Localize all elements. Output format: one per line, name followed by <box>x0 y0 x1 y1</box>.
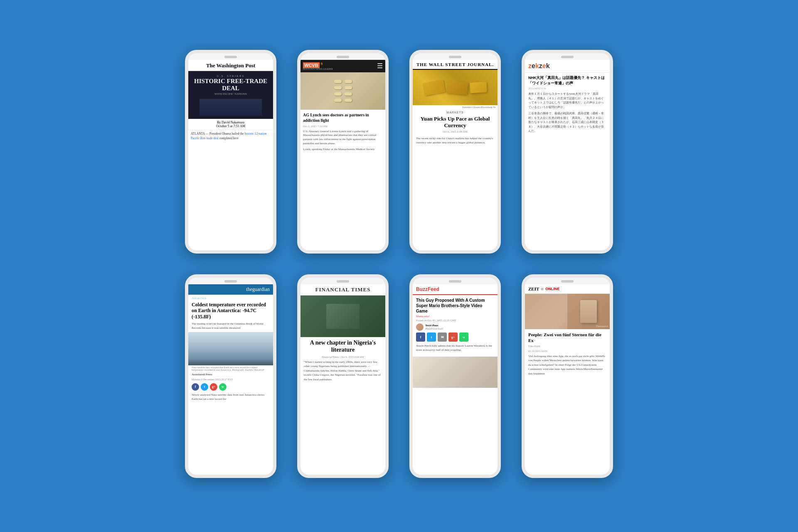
pill-4 <box>345 86 352 89</box>
twitter-button[interactable]: t <box>201 383 208 391</box>
zeit-image: ©bernsteich <box>525 294 610 329</box>
zok-content: NHK大河「真田丸」は話題優先？ キャストは「ワイドショー常連」の声 2015/… <box>525 73 610 136</box>
wsj-section: MARKETS <box>413 109 498 115</box>
wsj-body: The recent rocky ride for China's market… <box>413 135 498 147</box>
bf-author-name: Terri Pous <box>425 324 443 327</box>
wcvb-logo-sub: BOSTON'S NEWS LEADER <box>303 68 333 70</box>
bf-whatsapp[interactable]: w <box>459 332 468 342</box>
wp-header: The Washington Post <box>188 60 273 71</box>
bf-gplus[interactable]: g+ <box>448 332 458 342</box>
wcvb-body: U.S. Attorney General Loretta Lynch told… <box>303 130 383 146</box>
ft-header: FINANCIAL TIMES <box>300 284 385 296</box>
bf-content: This Guy Proposed With A Custom Super Ma… <box>413 295 498 357</box>
wcvb-date: Oct 2, 2015 7:10 PM <box>303 125 383 128</box>
screen-buzzfeed: BuzzFeed This Guy Proposed With A Custom… <box>413 284 498 475</box>
screen-guardian: theguardian Antarctica Coldest temperatu… <box>188 284 273 475</box>
wsj-title: Yuan Picks Up Pace as Global Currency <box>413 115 498 130</box>
wcvb-content: AG Lynch sees doctors as partners in add… <box>300 110 385 154</box>
wp-logo: The Washington Post <box>190 62 271 69</box>
pill-6 <box>345 92 352 96</box>
pill-3 <box>334 86 342 89</box>
wcvb-logo: WCVB 5 BOSTON'S NEWS LEADER <box>303 62 333 70</box>
googleplus-button[interactable]: g+ <box>210 383 217 391</box>
zok-k1: k <box>535 62 539 69</box>
guardian-image <box>188 332 273 365</box>
bf-email[interactable]: ✉ <box>438 332 447 342</box>
bf-social: f t ✉ g+ w <box>416 332 494 342</box>
wcvb-title: AG Lynch sees doctors as partners in add… <box>303 112 383 123</box>
pill-2 <box>345 80 352 83</box>
phone-guardian: theguardian Antarctica Coldest temperatu… <box>185 274 276 478</box>
ft-title: A new chapter in Nigeria's literature <box>304 340 382 354</box>
phone-ft: FINANCIAL TIMES A new chapter in Nigeria… <box>297 274 389 478</box>
screen-zakzak: zekzek NHK大河「真田丸」は話題優先？ キャストは「ワイドショー常連」の… <box>525 60 610 250</box>
bf-header: BuzzFeed <box>413 284 498 295</box>
bf-author-info: Terri Pous BuzzFeed Staff <box>425 324 443 330</box>
phone-buzzfeed: BuzzFeed This Guy Proposed With A Custom… <box>409 274 501 478</box>
wcvb-channel: 5 <box>321 62 323 66</box>
screen-wsj: THE WALL STREET JOURNAL. Tomohiro Ohsumi… <box>413 60 498 250</box>
wcvb-menu-icon[interactable]: ☰ <box>377 62 383 70</box>
phone-wcvb: WCVB 5 BOSTON'S NEWS LEADER ☰ <box>297 50 389 254</box>
zok-dot: e <box>542 62 546 69</box>
bf-avatar <box>416 323 424 331</box>
guardian-date: Monday 9 December 2013 20:17 EST <box>188 377 273 382</box>
bf-body: Austin Piech fully admits that his fianc… <box>416 344 494 352</box>
pill-image <box>300 72 385 110</box>
zeit-author: Eike Kühl <box>528 345 606 348</box>
wsj-header: THE WALL STREET JOURNAL. <box>413 60 498 70</box>
zok-date: 2015/10/02 6:36 <box>528 87 606 90</box>
zok-e: e <box>532 62 535 69</box>
wcvb-image <box>300 72 385 110</box>
wsj-date: Oct 6, 2015 1:00 AM <box>413 130 498 135</box>
wp-hero-sub: U.S. STRIKES <box>192 74 270 78</box>
guardian-caption: Nasa satellite data revealed that Earth … <box>188 365 273 372</box>
phone-wsj: THE WALL STREET JOURNAL. Tomohiro Ohsumi… <box>409 50 501 254</box>
whatsapp-button[interactable]: w <box>219 383 227 391</box>
bf-twitter[interactable]: t <box>427 332 436 342</box>
zeit-logo: ZEIT <box>528 286 539 291</box>
facebook-button[interactable]: f <box>192 383 199 391</box>
pill-5 <box>334 92 342 96</box>
guardian-footer: Newly analysed Nasa satellite data from … <box>188 392 273 402</box>
wcvb-footer: Lynch, speaking Friday at the Massachuse… <box>303 148 383 152</box>
zok-header: zekzek <box>525 60 610 73</box>
wp-byline: By David Nakamura October 5 at 7:51 AM <box>188 119 273 130</box>
phones-grid: The Washington Post U.S. STRIKES HISTORI… <box>185 50 613 482</box>
zok-body2: 三谷幸喜の脚本で、最後の戦国武将、真田信繁（通称・幸村）を主人公に乱世の時を描く… <box>528 111 606 133</box>
zok-k2: k <box>546 62 550 69</box>
pill-8 <box>345 99 352 102</box>
screen-washington-post: The Washington Post U.S. STRIKES HISTORI… <box>188 60 273 250</box>
yuan-bill-3 <box>470 82 487 93</box>
wp-hero: U.S. STRIKES HISTORIC FREE-TRADE DEAL WI… <box>188 71 273 119</box>
zok-logo: zekzek <box>528 62 606 70</box>
wcvb-logo-text: WCVB <box>303 62 320 68</box>
ft-content: A new chapter in Nigeria's literature Fi… <box>300 337 385 384</box>
phone-zeit: ZEIT ⊠ ONLINE ©bernsteich Peeple: Zwei v… <box>522 274 613 478</box>
wsj-caption: Tomohiro Ohsumi/Bloomberg Ne <box>413 105 498 109</box>
wcvb-header: WCVB 5 BOSTON'S NEWS LEADER ☰ <box>300 60 385 72</box>
phone-zakzak: zekzek NHK大河「真田丸」は話題優先？ キャストは「ワイドショー常連」の… <box>522 50 613 254</box>
bf-mama: Mama mia! <box>416 315 494 318</box>
bf-logo: BuzzFeed <box>416 286 494 292</box>
ft-image <box>300 296 385 337</box>
guardian-title: Coldest temperature ever recorded on Ear… <box>188 301 273 321</box>
bf-facebook[interactable]: f <box>416 332 425 342</box>
guardian-source: Associated Press <box>188 372 273 377</box>
zeit-content: Peeple: Zwei von fünf Sternen für die Ex… <box>525 329 610 378</box>
guardian-section: Antarctica <box>188 295 273 301</box>
ft-source-date: Financial Times | Oct 6, 2015 4:04 AM <box>304 355 382 358</box>
guardian-header: theguardian <box>188 284 273 295</box>
zeit-date: 02.10.2015 16:09 <box>528 350 606 352</box>
pill-1 <box>334 80 342 83</box>
yuan-bill-2 <box>446 80 468 94</box>
guardian-logo: theguardian <box>192 286 270 293</box>
screen-ft: FINANCIAL TIMES A new chapter in Nigeria… <box>300 284 385 475</box>
phone-washington-post: The Washington Post U.S. STRIKES HISTORI… <box>185 50 276 254</box>
wp-hero-deal: WITH PACIFIC NATIONS <box>192 92 270 96</box>
zok-z2: z <box>539 62 542 69</box>
zeit-body: Viel Aufregung über eine App, die es noc… <box>528 354 606 376</box>
zeit-online: ONLINE <box>545 287 559 291</box>
ft-logo: FINANCIAL TIMES <box>304 286 382 293</box>
bf-title: This Guy Proposed With A Custom Super Ma… <box>416 298 494 314</box>
